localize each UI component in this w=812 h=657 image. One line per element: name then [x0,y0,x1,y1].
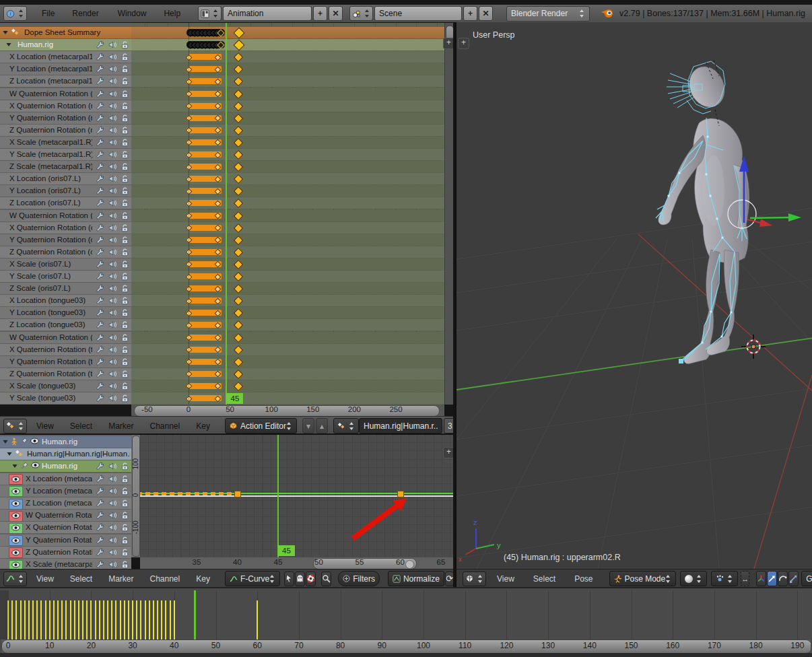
wrench-icon[interactable] [96,260,104,269]
timeline-keyframe-line[interactable] [153,600,154,639]
wrench-icon[interactable] [96,114,104,123]
speaker-icon[interactable] [108,487,117,495]
selected-keyframe-icon[interactable] [234,320,243,330]
ghost-curves-button[interactable] [295,572,305,586]
channel-key-row[interactable] [131,88,444,100]
speaker-icon[interactable] [108,357,117,366]
channel-key-row[interactable] [131,271,444,282]
selected-keyframe-icon[interactable] [234,199,243,208]
current-frame-line[interactable] [226,22,227,405]
graph-action-row[interactable]: Human.rig|Human.rig|Human.rig [0,448,131,460]
lock-icon[interactable] [121,236,129,244]
wrench-icon[interactable] [96,138,104,147]
lock-icon[interactable] [121,382,129,390]
wrench-icon[interactable] [96,548,104,557]
speaker-icon[interactable] [108,370,117,378]
channel-key-row[interactable] [131,137,444,148]
viewport-shading-select[interactable] [680,571,707,586]
channel-key-row[interactable] [131,258,444,270]
eye-icon[interactable] [11,549,20,556]
graph-channel-row[interactable]: W Quaternion Rotation (metacarpal1.R) [0,510,131,521]
eye-icon[interactable] [11,561,20,568]
dopesheet-summary-row[interactable]: Dope Sheet Summary [0,27,131,38]
graph-object-row[interactable]: Human.rig [0,436,131,448]
dopesheet-group-row[interactable]: Human.rig [0,39,131,50]
eye-icon[interactable] [11,537,20,544]
timeline-keyframe-line[interactable] [103,600,104,639]
graph-channel-row[interactable]: Z Location (metacarpal1.R) [0,497,131,509]
channel-key-row[interactable] [131,51,444,63]
editor-type-button-dopesheet[interactable] [3,419,27,434]
human-character[interactable] [658,61,749,364]
timeline-keyframe-line[interactable] [128,600,129,639]
selected-keyframe-icon[interactable] [234,382,243,391]
expand-triangle-icon[interactable] [5,41,12,48]
browse-action-button[interactable] [333,418,359,434]
lock-icon[interactable] [121,65,129,73]
timeline-keyframe-line[interactable] [28,600,30,639]
dope-channel-row[interactable]: Y Scale (tongue03) [0,392,131,404]
action-name-field[interactable]: Human.rig|Human.r... [359,418,442,434]
menu-help[interactable]: Help [164,9,180,18]
speaker-icon[interactable] [108,511,117,520]
channel-color-swatch[interactable] [9,547,23,558]
selected-keyframe-icon[interactable] [234,370,243,379]
speaker-icon[interactable] [108,236,117,244]
lock-icon[interactable] [121,499,129,508]
speaker-icon[interactable] [108,284,117,293]
selected-keyframe-icon[interactable] [234,102,243,111]
selected-keyframe-icon[interactable] [233,39,244,50]
speaker-icon[interactable] [108,65,117,73]
speaker-icon[interactable] [108,260,117,269]
selected-keyframe-icon[interactable] [234,223,243,233]
group-key-row[interactable] [131,39,444,50]
add-scene-button[interactable]: + [463,6,477,21]
lock-icon[interactable] [121,536,129,545]
wrench-icon[interactable] [96,511,104,520]
pin-icon[interactable] [20,438,28,445]
menu-view[interactable]: View [36,574,54,584]
timeline-keyframe-line[interactable] [74,600,75,639]
timeline-keyframe-line[interactable] [120,600,121,639]
wrench-icon[interactable] [96,186,104,195]
editor-type-button-graph[interactable] [3,572,27,586]
timeline-keyframe-line[interactable] [70,600,71,639]
timeline-keyframe-line[interactable] [20,600,22,639]
viewport-plus-tab[interactable]: + [458,38,469,49]
lock-icon[interactable] [121,248,129,256]
translate-manipulator-button[interactable] [767,571,777,586]
menu-key[interactable]: Key [196,421,210,431]
speaker-icon[interactable] [108,345,117,354]
channel-key-row[interactable] [131,234,444,246]
wrench-icon[interactable] [96,320,104,329]
channel-key-row[interactable] [131,63,444,75]
speaker-icon[interactable] [108,523,117,532]
selected-keyframe-icon[interactable] [234,126,243,135]
wrench-icon[interactable] [96,126,104,135]
nav-down-button[interactable]: ▾ [302,418,314,434]
menu-file[interactable]: File [42,9,55,18]
channel-color-swatch[interactable] [9,523,23,534]
speaker-icon[interactable] [108,126,117,135]
channel-key-row[interactable] [131,125,444,136]
menu-pose[interactable]: Pose [574,574,593,584]
wrench-icon[interactable] [96,475,104,483]
menu-marker[interactable]: Marker [108,421,133,431]
pivot-point-select[interactable] [711,571,738,586]
speaker-icon[interactable] [108,320,117,329]
wrench-icon[interactable] [96,560,104,569]
scale-manipulator-button[interactable] [788,571,799,586]
dope-channel-row[interactable]: Y Location (metacarpal1.R) [0,63,131,75]
dope-channel-row[interactable]: Y Quaternion Rotation (tongue03) [0,356,131,368]
speaker-icon[interactable] [108,296,117,305]
timeline-keyframe-line[interactable] [49,600,50,639]
dope-channel-row[interactable]: W Quaternion Rotation (oris07.L) [0,210,131,221]
lock-icon[interactable] [121,357,129,366]
timeline-keyframe-line[interactable] [65,600,67,639]
timeline-keyframe-line[interactable] [57,600,59,639]
dope-channel-row[interactable]: X Quaternion Rotation (metacarpal1.R) [0,100,131,112]
dope-channel-row[interactable]: X Quaternion Rotation (oris07.L) [0,222,131,234]
viewport-3d[interactable]: z y x User Persp (45) Human.rig : uppera… [455,22,812,569]
channel-key-row[interactable] [131,307,444,318]
helpline-button[interactable] [306,572,316,586]
